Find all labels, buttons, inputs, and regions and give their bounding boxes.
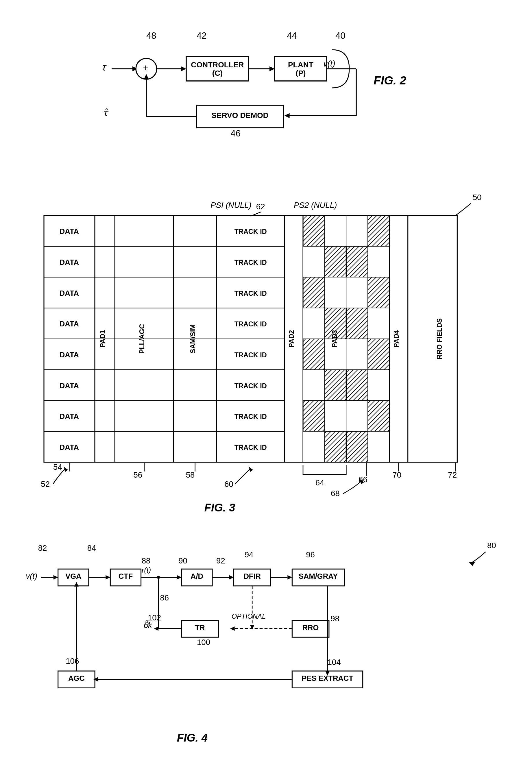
plant-label: PLANT (288, 60, 313, 69)
fig2-section: 48 42 44 40 τ + CONTROLLER (C) PLA (93, 29, 439, 162)
rro-label: RRO (302, 624, 319, 632)
track-id-5: TRACK ID (235, 382, 267, 390)
svg-rect-37 (325, 277, 346, 308)
track-id-1: TRACK ID (235, 259, 267, 266)
svg-rect-46 (303, 431, 325, 462)
pad4-label: PAD4 (393, 330, 400, 348)
fig4-ref-84: 84 (87, 543, 96, 552)
fig4-ref-82: 82 (38, 543, 47, 552)
svg-rect-60 (346, 400, 368, 431)
svg-rect-59 (368, 370, 389, 401)
fig4-ref-96: 96 (306, 550, 315, 559)
fig4-ref-90: 90 (178, 556, 187, 565)
track-id-6: TRACK ID (235, 413, 267, 420)
psi-null-label: PSI (NULL) (210, 201, 251, 209)
svg-rect-44 (303, 400, 325, 431)
svg-rect-33 (325, 215, 346, 246)
tr-label: TR (195, 624, 205, 632)
svg-rect-34 (303, 246, 325, 277)
svg-marker-92 (154, 627, 158, 631)
ref-46: 46 (231, 128, 241, 139)
fig3-title: FIG. 3 (204, 501, 235, 514)
ad-label: A/D (191, 572, 203, 580)
fig4-section: 80 82 84 v(t) VGA CTF r(t) 88 (20, 539, 512, 755)
fig3-ref-72: 72 (448, 470, 457, 479)
svg-rect-51 (368, 246, 389, 277)
rt-label: r(t) (142, 566, 151, 574)
svg-marker-74 (469, 562, 475, 566)
svg-rect-63 (368, 431, 389, 462)
fig3-ref-70: 70 (392, 470, 401, 479)
ref-40: 40 (335, 31, 345, 41)
data-cell-1: DATA (59, 258, 79, 266)
fig3-section: 50 PSI (NULL) PS2 (NULL) (35, 191, 497, 516)
sam-sim-label: SAM/SIM (189, 324, 197, 353)
svg-marker-5 (270, 66, 275, 71)
agc-label: AGC (68, 674, 85, 682)
svg-rect-61 (368, 400, 389, 431)
svg-rect-47 (325, 431, 346, 462)
svg-marker-86 (287, 575, 292, 580)
sam-gray-label: SAM/GRAY (299, 572, 338, 580)
controller-label: CONTROLLER (191, 60, 244, 69)
svg-marker-90 (230, 627, 235, 631)
svg-rect-35 (325, 246, 346, 277)
svg-rect-53 (368, 277, 389, 308)
svg-rect-48 (346, 215, 368, 246)
svg-rect-57 (368, 339, 389, 370)
ref-48: 48 (146, 31, 156, 41)
tau-hat-label: τ̂ (102, 107, 109, 118)
fig4-ref-106: 106 (66, 656, 79, 666)
servo-label: SERVO DEMOD (211, 111, 268, 120)
fig3-ref-56: 56 (133, 470, 142, 479)
dfir-label: DFIR (243, 572, 261, 580)
pad3-label: PAD3 (331, 330, 338, 348)
fig3-ref-50: 50 (473, 193, 482, 202)
svg-rect-54 (346, 308, 368, 339)
svg-rect-56 (346, 339, 368, 370)
track-id-0: TRACK ID (235, 228, 267, 235)
fig4-ref-94: 94 (245, 550, 253, 559)
fig4-vt-label: v(t) (26, 572, 37, 581)
pad2-label: PAD2 (288, 330, 295, 348)
data-cell-7: DATA (59, 443, 79, 451)
fig4-ref-98: 98 (331, 614, 339, 623)
fig4-ref-100: 100 (197, 638, 210, 647)
data-cell-5: DATA (59, 382, 79, 390)
data-cell-6: DATA (59, 412, 79, 420)
fig4-ref-80: 80 (487, 541, 496, 550)
fig4-diagram: 80 82 84 v(t) VGA CTF r(t) 88 (20, 539, 512, 754)
svg-rect-58 (346, 370, 368, 401)
svg-marker-3 (181, 66, 186, 71)
svg-rect-36 (303, 277, 325, 308)
data-cell-4: DATA (59, 351, 79, 359)
svg-rect-45 (325, 400, 346, 431)
fig3-ref-60: 60 (224, 480, 233, 489)
sum-symbol: + (143, 62, 149, 73)
ps2-null-label: PS2 (NULL) (294, 201, 337, 209)
svg-rect-43 (325, 370, 346, 401)
svg-rect-42 (303, 370, 325, 401)
fig2-diagram: 48 42 44 40 τ + CONTROLLER (C) PLA (93, 29, 439, 161)
svg-marker-76 (53, 575, 58, 580)
theta-hat-label: θ̂k (143, 620, 152, 630)
svg-marker-68 (249, 467, 253, 472)
fig3-ref-54: 54 (53, 462, 62, 472)
plant-sub: (P) (295, 69, 306, 78)
fig3-ref-62: 62 (256, 202, 265, 211)
fig4-ref-92: 92 (216, 556, 225, 565)
fig4-title: FIG. 4 (177, 731, 207, 744)
svg-rect-50 (346, 246, 368, 277)
svg-marker-84 (229, 575, 234, 580)
fig3-ref-64: 64 (316, 478, 325, 487)
svg-rect-52 (346, 277, 368, 308)
controller-sub: (C) (212, 69, 223, 78)
fig4-ref-104: 104 (328, 658, 341, 667)
track-id-4: TRACK ID (235, 351, 267, 359)
fig3-ref-68: 68 (331, 489, 340, 498)
track-id-3: TRACK ID (235, 320, 267, 328)
rro-fields-label: RRO FIELDS (436, 318, 443, 359)
svg-rect-38 (303, 308, 325, 339)
track-id-7: TRACK ID (235, 444, 267, 451)
page: 48 42 44 40 τ + CONTROLLER (C) PLA (0, 0, 532, 780)
